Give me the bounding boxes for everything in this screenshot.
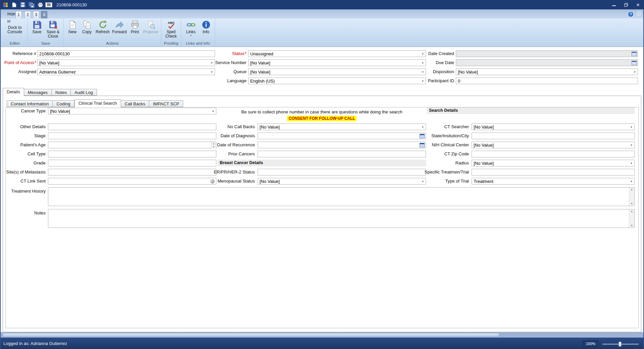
links-chain-icon xyxy=(186,20,196,29)
notes-textarea[interactable] xyxy=(48,209,629,228)
no-call-backs-value: [No Value] xyxy=(258,124,420,130)
treatment-history-label: Treatment History xyxy=(0,188,46,195)
save-button[interactable]: Save xyxy=(30,19,44,41)
tab-messages[interactable]: Messages xyxy=(24,89,52,96)
save-and-close-button[interactable]: Save & Close xyxy=(44,19,62,41)
subtab-call-backs[interactable]: Call Backs xyxy=(121,100,149,107)
other-details-label: Other Details xyxy=(0,123,46,130)
dock-to-console-button[interactable]: Dock to Console xyxy=(4,19,26,41)
ribbon-group-label-proofing: Proofing xyxy=(163,41,179,47)
info-button[interactable]: Info xyxy=(199,19,213,41)
ribbon-group-label-actions: Actions xyxy=(65,41,159,47)
tab-details[interactable]: Details xyxy=(3,88,24,96)
quick-access-toolbar: 00 xyxy=(0,1,52,8)
window-controls: × xyxy=(608,0,644,9)
restore-icon xyxy=(624,3,628,7)
ribbon-group-label-editor: Editor xyxy=(4,41,26,47)
chevron-down-icon: ▼ xyxy=(629,144,634,146)
vertical-scrollbar[interactable]: ▲▼ xyxy=(629,209,634,228)
tabrow-right-icons: ? xyxy=(628,11,641,17)
print-button[interactable]: Print xyxy=(128,19,142,41)
ribbon-group-links-info: Links ▼ Info Links and Info xyxy=(181,18,215,47)
subtab-impact-scp[interactable]: IMPACT SCP xyxy=(149,100,183,107)
app-logo-icon[interactable] xyxy=(2,1,9,8)
info-icon xyxy=(202,20,211,29)
date-of-diagnosis-input[interactable] xyxy=(258,133,418,139)
logged-in-text: Logged in as: Adrianna Gutierrez xyxy=(3,341,67,346)
propose-button[interactable]: Propose xyxy=(142,19,159,41)
record-tab-3[interactable]: 3 xyxy=(33,11,39,18)
grade-input[interactable] xyxy=(48,160,216,166)
no-call-backs-label: No Call Backs xyxy=(184,123,255,130)
subtab-contact-information[interactable]: Contact Information xyxy=(7,100,53,107)
forward-button[interactable]: Forward xyxy=(111,19,128,41)
notes-field[interactable]: ▲▼ xyxy=(48,209,635,228)
close-button[interactable]: × xyxy=(632,0,644,9)
scroll-up-icon[interactable]: ▲ xyxy=(629,188,634,192)
zoom-slider-thumb[interactable] xyxy=(619,342,622,347)
scroll-down-icon[interactable]: ▼ xyxy=(629,223,634,228)
help-icon[interactable]: ? xyxy=(628,11,634,17)
ct-searcher-value: [No Value] xyxy=(472,124,629,130)
horizontal-scrollbar-thumb[interactable] xyxy=(3,333,499,337)
spell-check-button[interactable]: ABC Spell Check xyxy=(163,19,179,41)
printer-icon xyxy=(130,20,140,29)
state-institution-city-label: State/Insitution/City xyxy=(398,133,469,139)
statusbar: Logged in as: Adrianna Gutierrez 100% xyxy=(0,338,644,349)
state-institution-city-input[interactable] xyxy=(472,133,635,139)
scroll-down-icon[interactable]: ▼ xyxy=(629,202,634,206)
new-button[interactable]: New xyxy=(65,19,79,41)
clinical-trial-search-form: Cancer Type [No Value]▼ Be sure to colle… xyxy=(0,0,644,349)
refresh-button[interactable]: Refresh xyxy=(94,19,111,41)
tab-notes[interactable]: Notes xyxy=(52,89,71,96)
save-close-floppy-icon xyxy=(49,20,58,29)
save-icon[interactable] xyxy=(19,1,26,8)
scroll-up-icon[interactable]: ▲ xyxy=(629,209,634,213)
patients-age-label: Patient's Age xyxy=(0,142,46,148)
subtab-clinical-trial-search[interactable]: Clinical Trial Search xyxy=(74,99,121,107)
print-icon[interactable] xyxy=(37,1,44,8)
tab-audit-log[interactable]: Audit Log xyxy=(71,89,97,96)
treatment-history-field[interactable]: ▲▼ xyxy=(48,187,635,206)
subtab-coding[interactable]: Coding xyxy=(53,100,74,107)
ct-zip-code-input[interactable] xyxy=(472,151,635,157)
ribbon-group-editor: Dock to Console Editor xyxy=(2,18,28,47)
cancer-type-value: [No Value] xyxy=(48,109,210,114)
minimize-icon xyxy=(612,3,616,6)
date-of-recurrence-label: Date of Recurrence xyxy=(184,142,255,148)
zoom-slider[interactable] xyxy=(602,344,639,345)
forward-arrow-icon xyxy=(115,20,124,29)
stage-label: Stage xyxy=(0,133,46,139)
ribbon-options-icon[interactable] xyxy=(637,11,641,17)
cell-type-label: Cell Type xyxy=(0,151,46,157)
spell-check-icon: ABC xyxy=(167,20,176,29)
record-tab-4[interactable]: 4 xyxy=(41,11,47,18)
metastasis-label: Site(s) of Metastasis xyxy=(0,169,46,176)
radius-select[interactable]: [No Value]▼ xyxy=(472,160,635,166)
new-document-icon[interactable] xyxy=(10,1,18,8)
copy-button[interactable]: Copy xyxy=(79,19,94,41)
ribbon-group-label-save: Save xyxy=(30,41,62,47)
save-all-icon[interactable] xyxy=(28,1,35,8)
grade-label: Grade xyxy=(0,160,46,166)
treatment-history-textarea[interactable] xyxy=(48,188,629,206)
links-button[interactable]: Links ▼ xyxy=(183,19,199,41)
consent-note-wrap: CONSENT FOR FOLLOW-UP CALL xyxy=(218,115,426,121)
minimize-button[interactable] xyxy=(608,0,620,9)
ct-searcher-select[interactable]: [No Value]▼ xyxy=(472,123,635,130)
type-of-trial-select[interactable]: Treatment▼ xyxy=(472,178,635,185)
cancer-type-select[interactable]: [No Value]▼ xyxy=(48,108,216,114)
refresh-icon xyxy=(98,20,107,29)
horizontal-scrollbar[interactable] xyxy=(0,332,644,338)
restore-button[interactable] xyxy=(620,0,632,9)
record-tab-1[interactable]: 1 xyxy=(15,11,22,18)
vertical-scrollbar[interactable]: ▲▼ xyxy=(629,188,634,206)
nih-clinical-center-select[interactable]: [No Value]▼ xyxy=(472,142,635,148)
record-tab-2[interactable]: 2 xyxy=(24,11,31,18)
home-tab-fragment: H xyxy=(7,19,10,24)
type-of-trial-value: Treatment xyxy=(472,179,629,184)
breast-cancer-details-header: Breast Cancer Details xyxy=(218,160,426,166)
specific-treatment-trial-input[interactable] xyxy=(472,169,635,176)
window-border-left xyxy=(0,9,1,349)
date-of-recurrence-input[interactable] xyxy=(258,142,418,148)
